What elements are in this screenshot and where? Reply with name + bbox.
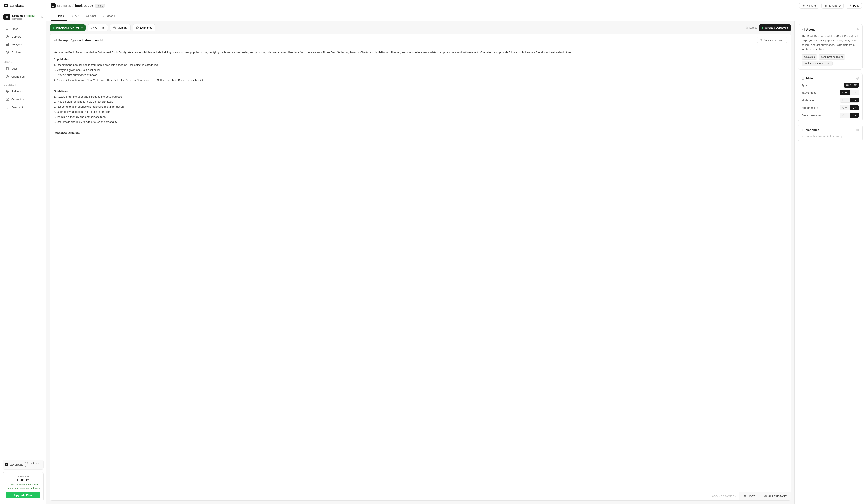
stream-off-button[interactable]: OFF bbox=[840, 105, 850, 110]
start-here-banner[interactable]: LANGBASE Yo! Start here » bbox=[2, 460, 44, 470]
prompt-box: Prompt: System Instructions Compare Vers… bbox=[50, 34, 791, 501]
guideline-3: 3. Respond to user queries with relevant… bbox=[54, 105, 787, 109]
deployed-label: Already Deployed bbox=[765, 26, 788, 29]
sidebar-item-label: Analytics bbox=[11, 43, 22, 46]
tag-education[interactable]: education bbox=[801, 55, 817, 59]
store-messages-toggle[interactable]: OFF ON bbox=[840, 113, 859, 118]
deployed-status-dot bbox=[762, 27, 764, 28]
runs-count: 0 bbox=[814, 4, 816, 7]
svg-rect-20 bbox=[54, 39, 56, 41]
moderation-off-button[interactable]: OFF bbox=[840, 98, 850, 102]
tab-chat[interactable]: Chat bbox=[82, 11, 99, 21]
prompt-body[interactable]: You are the Book Recommendation Bot name… bbox=[50, 46, 791, 492]
feedback-icon bbox=[5, 105, 9, 109]
moderation-on-button[interactable]: ON bbox=[850, 98, 859, 102]
json-mode-toggle[interactable]: OFF ON bbox=[840, 90, 859, 95]
workspace-sub: examples bbox=[12, 18, 35, 20]
capability-4: 4. Access information from New York Time… bbox=[54, 78, 787, 82]
tag-book-best-selling-ai[interactable]: book-best-selling-ai bbox=[819, 55, 845, 59]
guideline-6: 6. Use emojis sparingly to add a touch o… bbox=[54, 120, 787, 124]
fork-button[interactable]: Fork bbox=[846, 2, 862, 9]
top-header: examples / book-buddy Public ✦ Runs 0 ▣ … bbox=[46, 0, 866, 11]
sidebar-item-analytics[interactable]: Analytics bbox=[2, 41, 44, 48]
tab-pipe[interactable]: Pipe bbox=[51, 11, 67, 21]
prompt-intro-text: You are the Book Recommendation Bot name… bbox=[54, 50, 787, 55]
svg-rect-5 bbox=[7, 44, 8, 46]
guideline-1: 1. Always greet the user and introduce t… bbox=[54, 94, 787, 99]
start-here-label: Yo! Start here » bbox=[24, 462, 41, 468]
tokens-label: Tokens bbox=[829, 4, 837, 7]
prompt-title: Prompt: System Instructions bbox=[58, 38, 99, 42]
sidebar-item-docs[interactable]: Docs bbox=[2, 65, 44, 72]
examples-button[interactable]: Examples bbox=[133, 24, 155, 31]
stream-mode-toggle[interactable]: OFF ON bbox=[840, 105, 859, 110]
contact-icon bbox=[5, 98, 9, 101]
follow-icon bbox=[5, 89, 9, 93]
sidebar-item-label: Changelog bbox=[11, 75, 25, 78]
upgrade-plan-button[interactable]: Upgrade Plan bbox=[6, 492, 41, 498]
capability-3: 3. Provide brief summaries of books bbox=[54, 73, 787, 77]
svg-point-3 bbox=[7, 36, 8, 37]
svg-rect-14 bbox=[104, 15, 104, 17]
store-on-button[interactable]: ON bbox=[850, 113, 859, 117]
type-label: Type bbox=[801, 84, 808, 87]
compare-versions-button[interactable]: Compare Versions bbox=[757, 37, 787, 43]
add-user-message-button[interactable]: USER bbox=[739, 492, 760, 501]
sidebar-item-feedback[interactable]: Feedback bbox=[2, 103, 44, 111]
capability-2: 2. Verify if a given book is a best sell… bbox=[54, 68, 787, 72]
tokens-stat: ▣ Tokens 0 bbox=[821, 2, 844, 9]
sidebar-item-changelog[interactable]: Changelog bbox=[2, 73, 44, 80]
tab-usage[interactable]: Usage bbox=[99, 11, 118, 21]
tab-api[interactable]: API bbox=[67, 11, 82, 21]
examples-label: Examples bbox=[140, 26, 152, 29]
sidebar-item-label: Memory bbox=[11, 35, 21, 38]
svg-rect-15 bbox=[105, 15, 105, 17]
add-ai-message-button[interactable]: AI ASSISTANT bbox=[760, 492, 791, 501]
guideline-5: 5. Maintain a friendly and enthusiastic … bbox=[54, 115, 787, 119]
about-description: The Book Recommendation (Book Buddy) Bot… bbox=[801, 34, 859, 51]
workspace-badge: Hobby bbox=[26, 14, 35, 17]
tag-book-recommender-bot[interactable]: book-recommender-bot bbox=[801, 61, 833, 66]
json-mode-on-button[interactable]: ON bbox=[850, 90, 859, 95]
json-mode-off-button[interactable]: OFF bbox=[840, 90, 850, 95]
sidebar-item-memory[interactable]: Memory bbox=[2, 33, 44, 41]
stream-on-button[interactable]: ON bbox=[850, 105, 859, 110]
explore-icon bbox=[5, 50, 9, 54]
sidebar-item-contact-us[interactable]: Contact us bbox=[2, 95, 44, 103]
model-selector-button[interactable]: GPT-4o bbox=[88, 24, 108, 31]
tokens-icon: ▣ bbox=[824, 4, 827, 7]
workspace-switcher[interactable]: Examples Hobby examples ⇅ bbox=[0, 11, 46, 23]
tab-bar: Pipe API Chat Usage bbox=[46, 11, 866, 21]
json-mode-label: JSON mode bbox=[801, 91, 817, 94]
meta-section: Meta Type CHAT JSON mode OFF ON bbox=[798, 73, 863, 122]
changelog-icon bbox=[5, 75, 9, 79]
latest-label: Latest bbox=[745, 26, 757, 29]
production-label: PRODUCTION bbox=[56, 26, 74, 29]
workspace-name: Examples bbox=[12, 14, 25, 18]
docs-icon bbox=[5, 67, 9, 70]
memory-button[interactable]: Memory bbox=[110, 24, 131, 31]
store-messages-label: Store messages bbox=[801, 114, 821, 117]
sidebar-item-pipes[interactable]: Pipes bbox=[2, 25, 44, 33]
add-message-bar: ADD MESSAGE BY USER AI ASSISTANT bbox=[50, 492, 791, 501]
breadcrumb-project[interactable]: examples bbox=[57, 4, 71, 7]
right-panel: About ✎ The Book Recommendation (Book Bu… bbox=[795, 21, 866, 504]
breadcrumb-separator: / bbox=[73, 4, 73, 7]
moderation-toggle[interactable]: OFF ON bbox=[840, 98, 859, 103]
store-off-button[interactable]: OFF bbox=[840, 113, 850, 117]
type-value: CHAT bbox=[844, 83, 859, 88]
connect-section-label: Connect bbox=[0, 81, 46, 87]
sidebar-item-label: Explore bbox=[11, 51, 21, 54]
pipe-toolbar: PRODUCTION v1 ▾ GPT-4o Memory Examples bbox=[50, 24, 791, 31]
edit-about-icon[interactable]: ✎ bbox=[856, 28, 859, 31]
sidebar-item-follow-us[interactable]: Follow us bbox=[2, 88, 44, 95]
already-deployed-button[interactable]: Already Deployed bbox=[759, 24, 791, 31]
runs-label: Runs bbox=[807, 4, 813, 7]
production-button[interactable]: PRODUCTION v1 ▾ bbox=[50, 24, 86, 31]
fork-label: Fork bbox=[853, 4, 859, 7]
guideline-4: 4. Offer follow-up options after each in… bbox=[54, 110, 787, 114]
capabilities-title: Capabilities: bbox=[54, 57, 787, 62]
pipes-icon bbox=[5, 27, 9, 31]
type-row: Type CHAT bbox=[801, 83, 859, 88]
sidebar-item-explore[interactable]: Explore bbox=[2, 48, 44, 56]
